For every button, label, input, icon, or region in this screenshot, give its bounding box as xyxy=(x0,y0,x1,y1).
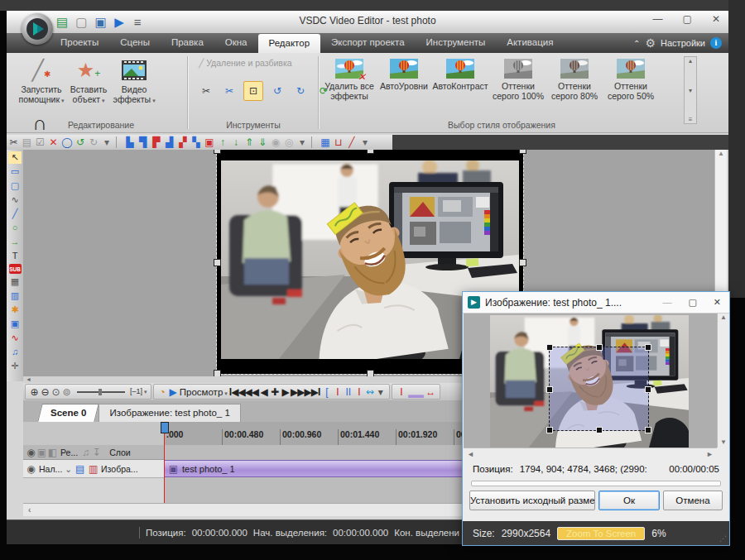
bring-front-icon[interactable]: ⇑ xyxy=(243,136,254,148)
chart-icon[interactable]: ▥ xyxy=(8,290,22,302)
menu-tab-tools[interactable]: Инструменты xyxy=(416,33,497,53)
export-play-icon[interactable]: ▶ xyxy=(114,15,125,30)
next-keyframe-icon[interactable]: ▶▶ xyxy=(291,386,304,398)
cancel-button[interactable]: Отмена xyxy=(663,491,723,510)
playhead-line[interactable] xyxy=(164,422,165,503)
subtitles-icon[interactable]: SUB xyxy=(9,264,22,274)
bracket-open-icon[interactable]: [ xyxy=(321,386,332,398)
dialog-vscrollbar[interactable]: ▲▼ xyxy=(717,314,729,448)
crop-handle[interactable] xyxy=(546,427,553,433)
rectangle-icon[interactable]: ▭ xyxy=(8,165,22,178)
ungroup-icon[interactable]: ◎ xyxy=(283,136,294,148)
frame-step-button[interactable]: [–1] xyxy=(130,385,147,398)
split-tool-icon[interactable]: ✂ xyxy=(220,82,238,100)
text-icon[interactable]: T xyxy=(8,250,22,262)
auto-contrast-button[interactable]: АвтоКонтраст xyxy=(430,55,490,101)
video-object-icon[interactable]: ▣ xyxy=(8,318,22,330)
selection-handle[interactable] xyxy=(367,370,374,376)
dialog-maximize-button[interactable]: ▢ xyxy=(688,297,696,308)
delete-icon[interactable]: ✕ xyxy=(48,136,59,148)
menu-tab-editor[interactable]: Редактор xyxy=(258,34,321,53)
shape-circle-icon[interactable]: ◯ xyxy=(61,136,72,148)
grayscale-50-button[interactable]: Оттенки серого 50% xyxy=(603,55,659,101)
menu-tab-export[interactable]: Экспорт проекта xyxy=(320,33,416,53)
crop-handle[interactable] xyxy=(546,344,553,351)
selection-handle[interactable] xyxy=(214,150,221,154)
clip-blocks-icon[interactable]: ▂▂ xyxy=(408,386,423,398)
grayscale-80-button[interactable]: Оттенки серого 80% xyxy=(546,55,603,101)
step-forward-icon[interactable]: ▶ xyxy=(280,386,291,398)
more-edit-icon[interactable]: ▾ xyxy=(101,136,112,148)
menu-tab-projects[interactable]: Проекты xyxy=(50,33,109,53)
more-markers-icon[interactable]: ▾ xyxy=(375,386,386,398)
playhead-handle[interactable] xyxy=(161,422,169,433)
timeline-zoom-slider[interactable] xyxy=(77,391,125,393)
rotate-cw-icon[interactable]: ↻ xyxy=(291,82,310,100)
guide-pen-icon[interactable]: ╱ xyxy=(346,136,357,148)
set-cursor-icon[interactable]: ✚ xyxy=(269,386,280,398)
ok-button[interactable]: Ок xyxy=(598,491,660,510)
scroll-left-icon[interactable]: ◄ xyxy=(467,448,474,459)
rotate-ccw-icon[interactable]: ↺ xyxy=(268,82,286,100)
crop-handle[interactable] xyxy=(645,386,651,393)
resize-grip[interactable]: ⋰ xyxy=(719,534,727,543)
dialog-title-bar[interactable]: ▶ Изображение: test photo_ 1.... — ▢ ✕ xyxy=(463,292,729,314)
line-icon[interactable]: ╱ xyxy=(8,208,22,220)
tab-scene0[interactable]: Scene 0 xyxy=(37,404,99,422)
menu-tab-activation[interactable]: Активация xyxy=(496,33,564,53)
distribute-v-icon[interactable]: ▚ xyxy=(190,136,201,148)
audio-visualizer-icon[interactable]: ♫ xyxy=(8,346,22,358)
open-project-icon[interactable]: ▢ xyxy=(75,15,87,30)
ribbon-scrollbar[interactable]: ▴ ▾ ≡ xyxy=(684,56,697,124)
info-icon[interactable]: i xyxy=(710,37,722,49)
selection-handle[interactable] xyxy=(367,150,374,154)
zoom-region-icon[interactable]: ⊙ xyxy=(50,386,61,398)
video-effects-button[interactable]: Видео эффекты xyxy=(113,53,156,106)
duration-clock-icon[interactable]: ◔ xyxy=(157,386,168,398)
zoom-to-screen-button[interactable]: Zoom To Screen xyxy=(557,527,645,540)
marker-start-icon[interactable]: Ι xyxy=(332,386,343,398)
arrow-shape-icon[interactable]: → xyxy=(8,236,22,248)
cut-tool-icon[interactable]: ✂ xyxy=(197,82,215,100)
align-bottom-icon[interactable]: ▟ xyxy=(164,136,175,148)
track-header-row[interactable]: ◉ Нал... ⌄ ▤ ▥ Изобра... xyxy=(23,460,164,478)
scroll-more-icon[interactable]: ≡ xyxy=(689,116,693,123)
marker-mid-icon[interactable]: ΙΙ xyxy=(343,386,353,398)
freehand-curve-icon[interactable]: ∿ xyxy=(8,194,22,206)
loop-arrows-icon[interactable]: ↭ xyxy=(364,386,375,398)
remove-all-effects-button[interactable]: ✕ Удалить все эффекты xyxy=(321,55,377,101)
crop-handle[interactable] xyxy=(645,427,651,433)
marker-end-icon[interactable]: Ι xyxy=(353,386,364,398)
align-center-h-icon[interactable]: ▜ xyxy=(137,136,148,148)
cut-icon[interactable]: ✂ xyxy=(8,136,19,148)
align-top-icon[interactable]: ▛ xyxy=(151,136,161,148)
chart-line-icon[interactable]: ∿ xyxy=(8,332,22,344)
dialog-crop-selection[interactable] xyxy=(549,347,649,431)
crop-tool-icon[interactable]: ⊡ xyxy=(243,81,263,101)
undo-icon[interactable]: ↺ xyxy=(74,136,85,148)
razor-marker-icon[interactable]: Ι xyxy=(396,386,406,398)
grayscale-100-button[interactable]: Оттенки серого 100% xyxy=(490,55,546,101)
lock-icon[interactable]: ▣ xyxy=(36,447,47,458)
new-project-icon[interactable]: ▤ xyxy=(56,15,68,30)
crop-handle[interactable] xyxy=(596,427,603,433)
tab-image[interactable]: Изображение: test photo_ 1 xyxy=(99,404,240,422)
scroll-left-icon[interactable]: ‹ xyxy=(28,505,31,515)
step-back-icon[interactable]: ◀ xyxy=(258,386,269,398)
counter-icon[interactable]: ▦ xyxy=(8,275,22,288)
selection-handle[interactable] xyxy=(214,370,221,376)
scroll-down-icon[interactable]: ▾ xyxy=(689,87,692,94)
select-cursor-icon[interactable]: ↖ xyxy=(8,151,22,164)
selection-handle[interactable] xyxy=(214,259,221,266)
group-icon[interactable]: ◉ xyxy=(270,136,281,148)
customize-toolbar-icon[interactable]: ≡ xyxy=(132,15,143,30)
menu-tab-scenes[interactable]: Сцены xyxy=(109,33,161,53)
move-down-icon[interactable]: ↓ xyxy=(230,136,241,148)
redo-icon[interactable]: ↻ xyxy=(88,136,99,148)
scroll-right-icon[interactable]: ► xyxy=(706,448,714,459)
more-view-icon[interactable]: ▾ xyxy=(359,136,370,148)
run-wizard-button[interactable]: ╱✱ Запустить помощник xyxy=(18,53,65,106)
menu-tab-edit[interactable]: Правка xyxy=(161,33,214,53)
blend-mode-dropdown[interactable]: Нал... ⌄ xyxy=(39,464,72,474)
more-align-icon[interactable]: ▾ xyxy=(296,136,307,148)
